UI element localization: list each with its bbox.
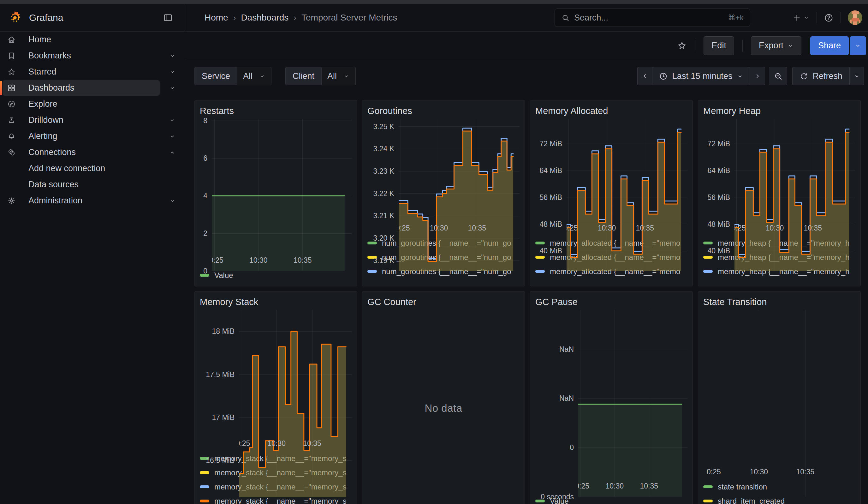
x-tick-label: 10:25 (239, 439, 250, 448)
sidebar-item-label: Alerting (28, 131, 58, 141)
y-tick-label: 40 MiB (703, 246, 730, 255)
chevron-down-icon[interactable] (169, 133, 176, 140)
x-tick-label: 10:35 (636, 224, 654, 233)
y-tick-label: 3.22 K (368, 189, 394, 198)
y-tick-label: 18 MiB (200, 327, 235, 336)
y-tick-label: 64 MiB (535, 166, 562, 175)
x-axis: 10:2510:3010:35 (399, 222, 519, 233)
chevron-down-icon[interactable] (169, 197, 176, 204)
x-tick-label: 10:30 (606, 482, 624, 491)
sidebar-item-label: Dashboards (28, 83, 74, 93)
legend-label: memory_heap {__name__="memory_h (718, 281, 849, 282)
y-tick-label: 48 MiB (535, 220, 562, 229)
x-tick-label: 10:35 (796, 468, 814, 476)
x-tick-label: 10:25 (212, 256, 224, 265)
y-tick-label: 8 (200, 116, 207, 125)
sidebar-item-label: Explore (28, 99, 58, 109)
chart-goroutines[interactable]: 3.25 K3.24 K3.23 K3.22 K3.21 K3.20 K3.19… (368, 119, 519, 222)
panel-goroutines: Goroutines3.25 K3.24 K3.23 K3.22 K3.21 K… (362, 100, 525, 286)
chart-gc-pause[interactable]: NaNNaN00 seconds (535, 310, 688, 480)
x-axis: 10:2510:3010:35 (578, 480, 688, 491)
legend-label: shard_item_created (718, 497, 785, 504)
x-tick-label: 10:30 (766, 224, 784, 233)
panel-title[interactable]: State Transition (703, 295, 855, 309)
legend-swatch (703, 270, 713, 273)
y-tick-label: 3.24 K (368, 144, 394, 153)
panel-title[interactable]: Restarts (200, 104, 352, 117)
x-tick-label: 10:35 (293, 256, 312, 265)
y-tick-label: 0 (200, 267, 207, 275)
panel-title[interactable]: Memory Allocated (535, 104, 688, 117)
legend-swatch (703, 256, 713, 259)
sidebar-item-label: Starred (28, 67, 56, 77)
chart-restarts[interactable]: 86420 (200, 119, 352, 254)
x-tick-label: 10:30 (598, 224, 616, 233)
x-tick-label: 10:30 (267, 439, 286, 448)
x-tick-label: 10:25 (706, 468, 721, 476)
panel-title[interactable]: Goroutines (368, 104, 519, 117)
legend-label: memory_stack {__name__="memory_s (214, 497, 347, 504)
y-tick-label: 3.23 K (368, 167, 394, 176)
legend-label: num_goroutines {__name__="num_go (382, 281, 512, 282)
chevron-up-icon[interactable] (169, 149, 176, 156)
y-tick-label: 3.20 K (368, 234, 394, 243)
x-tick-label: 10:25 (567, 224, 578, 233)
y-tick-label: 40 MiB (535, 246, 562, 255)
legend-swatch (703, 241, 713, 245)
legend-swatch (200, 500, 209, 502)
sidebar-item-label: Bookmarks (28, 51, 71, 61)
legend-swatch (703, 500, 713, 502)
chart-memory-stack[interactable]: 18 MiB17.5 MiB17 MiB16.5 MiB (200, 310, 352, 438)
panel-title[interactable]: GC Pause (535, 295, 688, 309)
y-tick-label: NaN (535, 394, 574, 403)
chart-state-transition[interactable] (703, 310, 855, 466)
chevron-down-icon[interactable] (169, 69, 176, 75)
y-tick-label: 72 MiB (703, 139, 730, 148)
chart-memory-heap[interactable]: 72 MiB64 MiB56 MiB48 MiB40 MiB (703, 119, 855, 222)
chevron-down-icon[interactable] (169, 52, 176, 59)
y-axis: NaNNaN00 seconds (535, 310, 578, 480)
panel-title[interactable]: Memory Stack (200, 295, 352, 309)
x-tick-label: 10:35 (640, 482, 658, 491)
y-tick-label: 17.5 MiB (200, 370, 235, 379)
x-tick-label: 10:25 (399, 224, 410, 233)
x-tick-label: 10:35 (804, 224, 822, 233)
legend-swatch (368, 270, 377, 273)
panel-restarts: Restarts8642010:2510:3010:35Value (194, 100, 357, 286)
y-tick-label: 3.25 K (368, 122, 394, 131)
y-axis: 3.25 K3.24 K3.23 K3.22 K3.21 K3.20 K3.19… (368, 119, 399, 222)
y-axis: 72 MiB64 MiB56 MiB48 MiB40 MiB (703, 119, 734, 222)
y-tick-label: 4 (200, 192, 207, 200)
y-tick-label: 48 MiB (703, 220, 730, 229)
x-axis: 10:2510:3010:35 (212, 254, 352, 266)
x-tick-label: 10:30 (249, 256, 268, 265)
grafana-app: { "window": { "chrome_color": "#2e2f34" … (0, 0, 868, 504)
x-tick-label: 10:35 (468, 224, 486, 233)
y-tick-label: 56 MiB (703, 193, 730, 202)
legend-item[interactable]: memory_allocated {__name__="memo (535, 278, 688, 282)
chevron-down-icon[interactable] (169, 85, 176, 92)
x-tick-label: 10:25 (734, 224, 746, 233)
panel-state-transition: State Transition10:2510:3010:35state tra… (698, 291, 861, 504)
panel-gc-pause: GC PauseNaNNaN00 seconds10:2510:3010:35V… (530, 291, 693, 504)
y-axis: 86420 (200, 119, 212, 254)
panel-title[interactable]: GC Counter (368, 295, 519, 309)
sidebar-item-label: Administration (28, 196, 82, 206)
y-tick-label: 2 (200, 229, 207, 238)
legend-item[interactable]: num_goroutines {__name__="num_go (368, 278, 519, 282)
sidebar-item-label: Add new connection (28, 164, 105, 173)
legend-swatch (535, 270, 545, 273)
y-tick-label: 6 (200, 154, 207, 163)
x-axis: 10:2510:3010:35 (239, 438, 352, 449)
legend-item[interactable]: memory_heap {__name__="memory_h (703, 278, 855, 282)
legend-swatch (535, 241, 545, 245)
y-tick-label: 16.5 MiB (200, 456, 235, 465)
y-tick-label: 56 MiB (535, 193, 562, 202)
chevron-down-icon[interactable] (169, 117, 176, 124)
panel-memory-allocated: Memory Allocated72 MiB64 MiB56 MiB48 MiB… (530, 100, 693, 286)
panel-title[interactable]: Memory Heap (703, 104, 855, 117)
y-tick-label: 0 (535, 443, 574, 452)
chart-memory-allocated[interactable]: 72 MiB64 MiB56 MiB48 MiB40 MiB (535, 119, 688, 222)
y-tick-label: 0 seconds (535, 492, 574, 501)
no-data-message: No data (368, 309, 519, 504)
